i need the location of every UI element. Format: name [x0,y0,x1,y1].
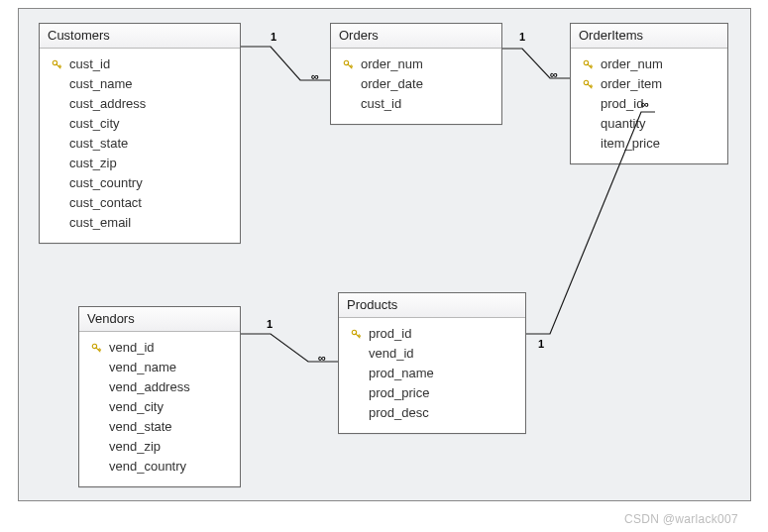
field-row[interactable]: cust_city [50,114,230,134]
entity-title-products: Products [339,293,525,318]
field-row[interactable]: cust_id [341,94,492,114]
field-name: prod_price [369,384,429,402]
entity-title-customers: Customers [40,24,240,49]
entity-title-vendors: Vendors [79,307,240,332]
card-1: 1 [271,31,276,43]
field-name: order_item [601,75,662,93]
field-row[interactable]: vend_state [89,417,230,437]
field-row[interactable]: vend_id [349,344,515,364]
field-row[interactable]: cust_name [50,74,230,94]
field-name: cust_country [69,174,143,192]
field-name: cust_zip [69,155,117,172]
relationship-vendors-products [241,326,338,373]
field-row[interactable]: cust_state [50,134,230,154]
field-name: order_num [361,55,423,73]
field-name: vend_state [109,418,172,436]
entity-body-orders: order_numorder_datecust_id [331,49,501,124]
field-name: cust_id [361,95,401,113]
field-row[interactable]: cust_contact [50,193,230,213]
pk-slot [349,329,363,340]
card-1: 1 [267,318,273,330]
field-row[interactable]: vend_zip [89,437,230,457]
field-row[interactable]: cust_address [50,94,230,114]
field-row[interactable]: cust_zip [50,154,230,173]
relationship-customers-orders [241,39,330,98]
field-name: prod_id [369,325,411,343]
field-name: prod_desc [369,404,429,422]
pk-slot [341,59,355,70]
entity-orders[interactable]: Orders order_numorder_datecust_id [330,23,502,125]
relationship-orders-orderitems [502,39,570,98]
field-row[interactable]: vend_id [89,338,230,358]
entity-vendors[interactable]: Vendors vend_idvend_namevend_addressvend… [78,306,241,487]
field-name: vend_address [109,378,190,396]
field-name: order_date [361,75,423,93]
entity-title-orderitems: OrderItems [571,24,727,49]
key-icon [583,59,594,70]
field-name: cust_city [69,115,120,133]
field-name: order_num [601,55,663,73]
card-1: 1 [519,31,525,43]
field-name: vend_country [109,458,186,476]
entity-products[interactable]: Products prod_idvend_idprod_nameprod_pri… [338,292,526,434]
key-icon [52,59,62,70]
field-row[interactable]: prod_price [349,383,515,403]
pk-slot [581,79,595,90]
card-infinity: ∞ [550,68,558,80]
field-name: vend_id [109,339,155,357]
entity-body-vendors: vend_idvend_namevend_addressvend_cityven… [79,332,240,486]
key-icon [351,329,362,340]
entity-body-orderitems: order_numorder_itemprod_idquantityitem_p… [571,49,727,163]
field-name: prod_name [369,365,434,382]
pk-slot [89,343,103,354]
field-name: prod_id [601,95,643,113]
entity-body-products: prod_idvend_idprod_nameprod_priceprod_de… [339,318,525,433]
field-row[interactable]: vend_city [89,397,230,417]
key-icon [343,59,354,70]
field-name: cust_id [69,55,110,73]
field-row[interactable]: vend_name [89,358,230,377]
field-row[interactable]: vend_country [89,457,230,477]
entity-orderitems[interactable]: OrderItems order_numorder_itemprod_idqua… [570,23,728,164]
entity-title-orders: Orders [331,24,501,49]
field-name: vend_zip [109,438,161,456]
field-row[interactable]: cust_email [50,213,230,233]
field-name: vend_city [109,398,164,416]
field-name: cust_state [69,135,128,153]
pk-slot [581,59,595,70]
entity-body-customers: cust_idcust_namecust_addresscust_citycus… [40,49,240,243]
card-infinity: ∞ [318,352,326,364]
field-row[interactable]: order_date [341,74,492,94]
pk-slot [50,59,63,70]
field-name: cust_contact [69,194,142,212]
field-name: item_price [601,135,660,153]
field-row[interactable]: quantity [581,114,717,134]
card-infinity: ∞ [641,98,649,110]
card-infinity: ∞ [311,70,319,82]
field-row[interactable]: prod_id [349,324,515,344]
field-row[interactable]: order_item [581,74,717,94]
card-1: 1 [538,338,544,350]
field-row[interactable]: cust_id [50,54,230,74]
field-name: cust_name [69,75,133,93]
field-row[interactable]: prod_id [581,94,717,114]
field-row[interactable]: order_num [581,54,717,74]
field-name: cust_address [69,95,146,113]
watermark: CSDN @warlack007 [624,512,738,526]
field-name: vend_id [369,345,414,363]
field-row[interactable]: item_price [581,134,717,154]
field-row[interactable]: prod_desc [349,403,515,423]
field-name: vend_name [109,359,176,376]
field-row[interactable]: prod_name [349,364,515,383]
field-row[interactable]: order_num [341,54,492,74]
entity-customers[interactable]: Customers cust_idcust_namecust_addresscu… [39,23,241,244]
field-name: quantity [601,115,646,133]
field-row[interactable]: vend_address [89,377,230,397]
key-icon [91,343,102,354]
field-row[interactable]: cust_country [50,173,230,193]
field-name: cust_email [69,214,131,232]
diagram-canvas: Customers cust_idcust_namecust_addresscu… [18,8,751,501]
key-icon [583,79,594,90]
